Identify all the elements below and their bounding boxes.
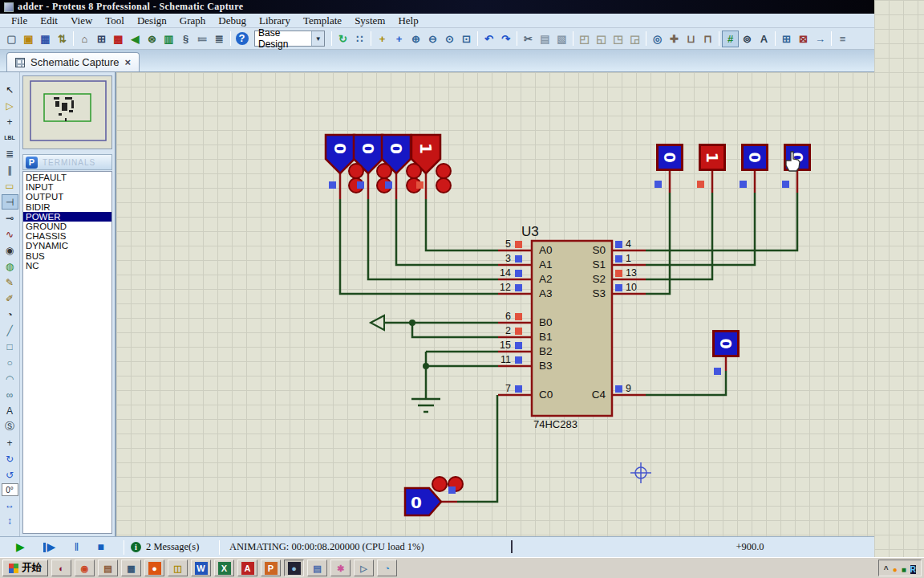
tab-schematic-capture[interactable]: Schematic Capture × (6, 52, 140, 71)
taskbar-excel[interactable]: X (214, 560, 234, 576)
stop-button[interactable]: ■ (98, 541, 104, 554)
virtual-instruments-mode[interactable]: ◔ (2, 307, 18, 322)
design-selector[interactable]: Base Design ▼ (254, 31, 325, 47)
tray-update[interactable]: ● (893, 561, 898, 576)
design-explorer[interactable]: ▥ (160, 31, 177, 47)
menu-item[interactable]: View (64, 14, 99, 27)
schematic-capture[interactable]: ⊞ (93, 31, 110, 47)
logic-probe[interactable]: 0 (712, 330, 740, 357)
pcb-layout[interactable]: ▩ (110, 31, 127, 47)
flip-vertical[interactable]: ↕ (2, 513, 18, 528)
decompose[interactable]: ⊓ (699, 31, 716, 47)
open-project[interactable]: ▣ (20, 31, 37, 47)
list-item[interactable]: CHASSIS (23, 231, 111, 241)
logic-state-value[interactable]: 0 (384, 134, 408, 163)
current-probe-mode[interactable]: ✐ (2, 291, 18, 306)
device-pins-mode[interactable]: ⊸ (2, 210, 18, 226)
taskbar-acrobat[interactable]: A (237, 560, 257, 576)
block-delete[interactable]: ◲ (626, 31, 643, 47)
tape-recorder-mode[interactable]: ◉ (2, 242, 18, 258)
packaging-tool[interactable]: ⊔ (683, 31, 699, 47)
voltage-probe-mode[interactable]: ✎ (2, 275, 18, 290)
list-item[interactable]: BUS (23, 251, 111, 261)
schematic-canvas[interactable]: U3 74HC283 5 A0 3 A1 14 A2 12 A3 6 B0 2 (116, 72, 874, 536)
new-project[interactable]: ▢ (3, 31, 20, 47)
menu-item[interactable]: File (5, 14, 34, 27)
menu-item[interactable]: Design (131, 14, 173, 27)
logic-state-value[interactable]: 0 (403, 490, 429, 515)
toggle-grid[interactable]: ∷ (351, 31, 368, 47)
block-rotate[interactable]: ◳ (610, 31, 626, 47)
step-button[interactable]: ▶ (43, 543, 55, 552)
import-project[interactable]: ⇅ (54, 31, 71, 47)
list-item[interactable]: BIDIR (23, 202, 111, 212)
zoom-all[interactable]: ⊙ (441, 31, 458, 47)
remove-sheet[interactable]: ⊠ (795, 31, 812, 47)
2d-text[interactable]: A (2, 403, 18, 418)
pan[interactable]: + (391, 31, 407, 47)
make-device[interactable]: ✚ (666, 31, 683, 47)
rotation-angle[interactable]: 0° (2, 483, 18, 496)
2d-box[interactable]: □ (2, 339, 18, 354)
help[interactable]: ? (233, 31, 250, 47)
zoom-in[interactable]: ⊕ (407, 31, 424, 47)
logic-state-value[interactable]: 1 (414, 134, 438, 163)
start-button[interactable]: 开始 (2, 560, 48, 576)
cut[interactable]: ✂ (520, 31, 537, 47)
taskbar-notepad[interactable]: ▤ (307, 560, 327, 576)
redraw[interactable]: ↻ (334, 31, 351, 47)
taskbar-recorder[interactable]: ● (284, 560, 304, 576)
rotate-anticlockwise[interactable]: ↺ (2, 467, 18, 482)
menu-item[interactable]: Edit (34, 14, 64, 27)
selection-mode[interactable]: ↖ (2, 82, 18, 97)
list-item[interactable]: NC (23, 261, 111, 271)
logic-probe[interactable]: 0 (656, 144, 683, 171)
taskbar-ebook[interactable]: ▤ (98, 560, 118, 576)
new-sheet[interactable]: ⊞ (778, 31, 795, 47)
copy[interactable]: ▤ (537, 31, 553, 47)
taskbar-folder[interactable]: ◫ (168, 560, 188, 576)
menu-item[interactable]: Graph (173, 14, 213, 27)
pick-devices-button[interactable]: P (26, 157, 38, 169)
generator-mode[interactable]: ◍ (2, 258, 18, 274)
wire-label-mode[interactable]: LBL (2, 130, 18, 145)
2d-path[interactable]: ∞ (2, 387, 18, 402)
menu-item[interactable]: Tool (99, 14, 131, 27)
paste[interactable]: ▧ (553, 31, 570, 47)
origin[interactable]: + (374, 31, 391, 47)
taskbar-thunder[interactable]: ● (144, 560, 164, 576)
goto-sheet[interactable]: → (812, 31, 829, 47)
subcircuit-mode[interactable]: ▭ (2, 178, 18, 193)
taskbar-media[interactable]: ▷ (354, 560, 374, 576)
menu-item[interactable]: Template (297, 14, 348, 27)
close-icon[interactable]: × (125, 56, 132, 68)
logic-state-value[interactable]: 0 (328, 134, 352, 163)
zoom-out[interactable]: ⊖ (424, 31, 441, 47)
rotate-clockwise[interactable]: ↻ (2, 451, 18, 466)
undo[interactable]: ↶ (480, 31, 497, 47)
save-project[interactable]: ▦ (37, 31, 54, 47)
2d-marker[interactable]: + (2, 435, 18, 450)
terminals-mode[interactable]: ⊣ (2, 194, 18, 210)
taskbar-media-player[interactable]: ◐ (51, 560, 71, 576)
2d-circle[interactable]: ○ (2, 355, 18, 370)
block-move[interactable]: ◱ (593, 31, 610, 47)
junction-dot-mode[interactable]: + (2, 114, 18, 129)
menu-item[interactable]: Help (391, 14, 424, 27)
list-item[interactable]: POWER (23, 212, 111, 222)
pick-parts[interactable]: ◎ (649, 31, 666, 47)
menu-item[interactable]: System (348, 14, 391, 27)
schematic-overview-preview[interactable] (22, 75, 112, 149)
text-script-mode[interactable]: ≣ (2, 146, 18, 161)
taskbar-word[interactable]: W (191, 560, 211, 576)
tray-expand[interactable]: ^ (884, 561, 889, 576)
buses-mode[interactable]: ∥ (2, 162, 18, 177)
2d-symbol[interactable]: Ⓢ (2, 419, 18, 434)
logic-probe[interactable]: 0 (741, 144, 768, 171)
simulation-timeline[interactable]: ≔ (194, 31, 211, 47)
statusbar-splitter[interactable] (511, 540, 513, 553)
play-button[interactable]: ▶ (16, 540, 25, 554)
taskbar-photos[interactable]: ✱ (330, 560, 351, 576)
property-assignment-tool[interactable]: A (756, 31, 772, 47)
tray-safety[interactable]: ■ (902, 561, 906, 576)
